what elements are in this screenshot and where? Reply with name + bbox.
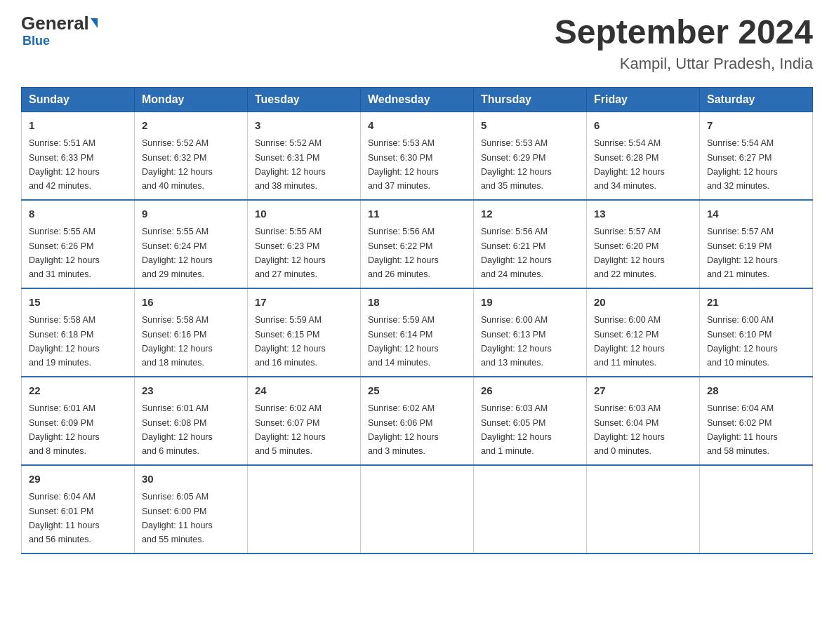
day-number: 28 [707, 383, 805, 399]
calendar-cell: 7 Sunrise: 5:54 AMSunset: 6:27 PMDayligh… [700, 112, 813, 200]
calendar-cell: 2 Sunrise: 5:52 AMSunset: 6:32 PMDayligh… [135, 112, 248, 200]
day-info: Sunrise: 5:52 AMSunset: 6:32 PMDaylight:… [142, 138, 213, 191]
calendar-cell: 14 Sunrise: 5:57 AMSunset: 6:19 PMDaylig… [700, 200, 813, 288]
day-number: 20 [594, 295, 692, 311]
day-number: 15 [29, 295, 127, 311]
day-number: 21 [707, 295, 805, 311]
calendar-cell: 6 Sunrise: 5:54 AMSunset: 6:28 PMDayligh… [587, 112, 700, 200]
day-number: 11 [368, 206, 466, 222]
day-info: Sunrise: 5:58 AMSunset: 6:16 PMDaylight:… [142, 315, 213, 368]
day-number: 17 [255, 295, 353, 311]
day-info: Sunrise: 6:01 AMSunset: 6:08 PMDaylight:… [142, 403, 213, 456]
day-number: 9 [142, 206, 240, 222]
day-info: Sunrise: 6:00 AMSunset: 6:12 PMDaylight:… [594, 315, 665, 368]
calendar-cell: 3 Sunrise: 5:52 AMSunset: 6:31 PMDayligh… [248, 112, 361, 200]
day-info: Sunrise: 5:55 AMSunset: 6:26 PMDaylight:… [29, 227, 100, 279]
header-friday: Friday [587, 87, 700, 112]
day-number: 25 [368, 383, 466, 399]
day-number: 8 [29, 206, 127, 222]
calendar-header-row: SundayMondayTuesdayWednesdayThursdayFrid… [22, 87, 813, 112]
calendar-week-3: 15 Sunrise: 5:58 AMSunset: 6:18 PMDaylig… [22, 288, 813, 377]
calendar-cell: 19 Sunrise: 6:00 AMSunset: 6:13 PMDaylig… [474, 288, 587, 377]
day-number: 19 [481, 295, 579, 311]
main-title: September 2024 [555, 14, 813, 51]
day-number: 6 [594, 118, 692, 134]
calendar-cell: 13 Sunrise: 5:57 AMSunset: 6:20 PMDaylig… [587, 200, 700, 288]
day-number: 2 [142, 118, 240, 134]
location-subtitle: Kampil, Uttar Pradesh, India [555, 55, 813, 73]
calendar-cell: 18 Sunrise: 5:59 AMSunset: 6:14 PMDaylig… [361, 288, 474, 377]
day-info: Sunrise: 6:01 AMSunset: 6:09 PMDaylight:… [29, 403, 100, 456]
calendar-cell [587, 465, 700, 554]
calendar-cell: 15 Sunrise: 5:58 AMSunset: 6:18 PMDaylig… [22, 288, 135, 377]
day-info: Sunrise: 5:55 AMSunset: 6:24 PMDaylight:… [142, 227, 213, 279]
calendar-table: SundayMondayTuesdayWednesdayThursdayFrid… [21, 87, 813, 554]
logo-triangle-icon [91, 18, 98, 28]
day-info: Sunrise: 6:04 AMSunset: 6:02 PMDaylight:… [707, 403, 778, 456]
day-number: 5 [481, 118, 579, 134]
day-info: Sunrise: 5:59 AMSunset: 6:14 PMDaylight:… [368, 315, 439, 368]
day-info: Sunrise: 5:57 AMSunset: 6:19 PMDaylight:… [707, 227, 778, 279]
day-info: Sunrise: 5:59 AMSunset: 6:15 PMDaylight:… [255, 315, 326, 368]
calendar-cell: 11 Sunrise: 5:56 AMSunset: 6:22 PMDaylig… [361, 200, 474, 288]
header-sunday: Sunday [22, 87, 135, 112]
day-number: 18 [368, 295, 466, 311]
calendar-cell [248, 465, 361, 554]
calendar-cell: 12 Sunrise: 5:56 AMSunset: 6:21 PMDaylig… [474, 200, 587, 288]
calendar-cell: 22 Sunrise: 6:01 AMSunset: 6:09 PMDaylig… [22, 377, 135, 465]
day-info: Sunrise: 6:00 AMSunset: 6:13 PMDaylight:… [481, 315, 552, 368]
header-tuesday: Tuesday [248, 87, 361, 112]
day-info: Sunrise: 5:56 AMSunset: 6:21 PMDaylight:… [481, 227, 552, 279]
day-number: 7 [707, 118, 805, 134]
day-info: Sunrise: 6:00 AMSunset: 6:10 PMDaylight:… [707, 315, 778, 368]
day-number: 29 [29, 471, 127, 488]
calendar-week-5: 29 Sunrise: 6:04 AMSunset: 6:01 PMDaylig… [22, 465, 813, 554]
header-thursday: Thursday [474, 87, 587, 112]
page-header: General Blue September 2024 Kampil, Utta… [21, 14, 813, 73]
logo: General Blue [21, 14, 98, 48]
calendar-cell: 4 Sunrise: 5:53 AMSunset: 6:30 PMDayligh… [361, 112, 474, 200]
calendar-cell: 30 Sunrise: 6:05 AMSunset: 6:00 PMDaylig… [135, 465, 248, 554]
calendar-week-4: 22 Sunrise: 6:01 AMSunset: 6:09 PMDaylig… [22, 377, 813, 465]
header-saturday: Saturday [700, 87, 813, 112]
calendar-cell: 25 Sunrise: 6:02 AMSunset: 6:06 PMDaylig… [361, 377, 474, 465]
day-number: 23 [142, 383, 240, 399]
day-info: Sunrise: 5:53 AMSunset: 6:30 PMDaylight:… [368, 138, 439, 191]
day-info: Sunrise: 5:51 AMSunset: 6:33 PMDaylight:… [29, 138, 100, 191]
calendar-cell: 16 Sunrise: 5:58 AMSunset: 6:16 PMDaylig… [135, 288, 248, 377]
logo-text: General [21, 14, 98, 32]
day-number: 12 [481, 206, 579, 222]
day-number: 24 [255, 383, 353, 399]
calendar-cell: 20 Sunrise: 6:00 AMSunset: 6:12 PMDaylig… [587, 288, 700, 377]
day-info: Sunrise: 6:05 AMSunset: 6:00 PMDaylight:… [142, 492, 213, 544]
calendar-cell [474, 465, 587, 554]
logo-subtitle: Blue [22, 34, 50, 48]
day-number: 1 [29, 118, 127, 134]
day-info: Sunrise: 5:56 AMSunset: 6:22 PMDaylight:… [368, 227, 439, 279]
calendar-week-1: 1 Sunrise: 5:51 AMSunset: 6:33 PMDayligh… [22, 112, 813, 200]
calendar-cell: 28 Sunrise: 6:04 AMSunset: 6:02 PMDaylig… [700, 377, 813, 465]
calendar-cell: 24 Sunrise: 6:02 AMSunset: 6:07 PMDaylig… [248, 377, 361, 465]
calendar-cell: 10 Sunrise: 5:55 AMSunset: 6:23 PMDaylig… [248, 200, 361, 288]
calendar-cell: 26 Sunrise: 6:03 AMSunset: 6:05 PMDaylig… [474, 377, 587, 465]
day-info: Sunrise: 5:55 AMSunset: 6:23 PMDaylight:… [255, 227, 326, 279]
day-info: Sunrise: 5:52 AMSunset: 6:31 PMDaylight:… [255, 138, 326, 191]
day-number: 30 [142, 471, 240, 488]
day-info: Sunrise: 5:58 AMSunset: 6:18 PMDaylight:… [29, 315, 100, 368]
calendar-cell: 29 Sunrise: 6:04 AMSunset: 6:01 PMDaylig… [22, 465, 135, 554]
calendar-cell [361, 465, 474, 554]
day-number: 3 [255, 118, 353, 134]
calendar-week-2: 8 Sunrise: 5:55 AMSunset: 6:26 PMDayligh… [22, 200, 813, 288]
day-info: Sunrise: 6:03 AMSunset: 6:05 PMDaylight:… [481, 403, 552, 456]
day-number: 4 [368, 118, 466, 134]
header-wednesday: Wednesday [361, 87, 474, 112]
day-info: Sunrise: 5:57 AMSunset: 6:20 PMDaylight:… [594, 227, 665, 279]
day-info: Sunrise: 5:53 AMSunset: 6:29 PMDaylight:… [481, 138, 552, 191]
calendar-cell [700, 465, 813, 554]
day-info: Sunrise: 6:03 AMSunset: 6:04 PMDaylight:… [594, 403, 665, 456]
day-number: 10 [255, 206, 353, 222]
day-number: 27 [594, 383, 692, 399]
day-info: Sunrise: 6:04 AMSunset: 6:01 PMDaylight:… [29, 492, 100, 544]
calendar-cell: 5 Sunrise: 5:53 AMSunset: 6:29 PMDayligh… [474, 112, 587, 200]
day-number: 26 [481, 383, 579, 399]
